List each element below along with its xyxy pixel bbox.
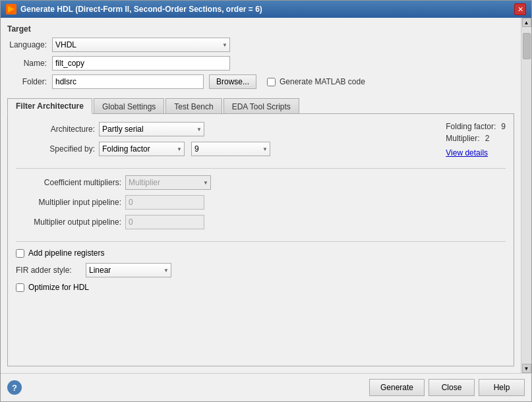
tab-eda-tool-scripts[interactable]: EDA Tool Scripts	[223, 98, 299, 114]
language-select-wrapper[interactable]: VHDL Verilog	[52, 38, 230, 52]
mult-output-label: Multiplier output pipeline:	[16, 217, 121, 227]
optimize-hdl-label: Optimize for HDL	[28, 283, 89, 292]
generate-matlab-row: Generate MATLAB code	[267, 77, 365, 86]
main-content: Target Language: VHDL Verilog Name: Fold…	[1, 18, 521, 373]
multiplier-info-row: Multiplier: 2	[446, 134, 506, 143]
folding-info: Folding factor: 9 Multiplier: 2 View det…	[446, 122, 506, 161]
fir-adder-select-wrapper[interactable]: Linear Tree	[86, 263, 171, 277]
multiplier-info-label: Multiplier:	[446, 134, 479, 143]
architecture-section: Architecture: Partly serial Fully serial…	[16, 122, 506, 161]
close-button[interactable]: ✕	[514, 3, 526, 15]
language-row: Language: VHDL Verilog	[7, 38, 514, 52]
tab-global-settings[interactable]: Global Settings	[94, 98, 164, 114]
generate-matlab-checkbox[interactable]	[267, 78, 276, 86]
tabs-bar: Filter Architecture Global Settings Test…	[7, 98, 514, 114]
target-section-label: Target	[7, 24, 514, 34]
mult-output-row: Multiplier output pipeline:	[16, 215, 506, 229]
architecture-select[interactable]: Partly serial Fully serial Fully paralle…	[99, 122, 204, 136]
specified-by-select[interactable]: Folding factor Clock rate	[99, 142, 185, 156]
add-pipeline-checkbox[interactable]	[16, 249, 24, 258]
name-row: Name:	[7, 56, 514, 71]
app-icon	[6, 4, 16, 14]
window-title: Generate HDL (Direct-Form II, Second-Ord…	[20, 5, 262, 14]
optimize-row: Optimize for HDL	[16, 283, 506, 292]
help-icon[interactable]: ?	[7, 380, 22, 395]
add-pipeline-row: Add pipeline registers	[16, 248, 506, 258]
bottom-buttons: Generate Close Help	[369, 379, 525, 396]
coeff-mult-select-wrapper[interactable]: Multiplier Canonical signed digit	[125, 175, 211, 190]
help-button[interactable]: Help	[479, 379, 525, 396]
tab-content: Architecture: Partly serial Fully serial…	[7, 113, 514, 366]
bottom-bar: ? Generate Close Help	[1, 373, 531, 401]
generate-matlab-label: Generate MATLAB code	[280, 77, 365, 86]
tab-left: Architecture: Partly serial Fully serial…	[16, 122, 426, 161]
divider-1	[16, 168, 506, 169]
view-details-link[interactable]: View details	[446, 148, 506, 158]
name-input[interactable]	[52, 56, 230, 71]
folding-value-select-wrapper[interactable]: 9 3 6	[191, 142, 270, 156]
svg-marker-0	[8, 6, 15, 13]
folding-value-select[interactable]: 9 3 6	[191, 142, 270, 156]
mult-output-field[interactable]	[125, 215, 204, 229]
mult-input-field[interactable]	[125, 195, 204, 210]
close-dialog-button[interactable]: Close	[429, 379, 475, 396]
architecture-row: Architecture: Partly serial Fully serial…	[16, 122, 426, 136]
mult-input-row: Multiplier input pipeline:	[16, 195, 506, 210]
fir-adder-select[interactable]: Linear Tree	[86, 263, 171, 277]
fir-adder-label: FIR adder style:	[16, 266, 82, 275]
title-bar: Generate HDL (Direct-Form II, Second-Ord…	[1, 1, 531, 18]
fir-adder-row: FIR adder style: Linear Tree	[16, 263, 506, 277]
scroll-down-arrow[interactable]: ▼	[522, 364, 531, 373]
language-label: Language:	[7, 40, 47, 49]
generate-button[interactable]: Generate	[369, 379, 425, 396]
name-label: Name:	[7, 59, 47, 68]
folder-row: Folder: Browse... Generate MATLAB code	[7, 74, 514, 89]
scrollbar[interactable]: ▲ ▼	[521, 18, 531, 373]
folding-factor-info-row: Folding factor: 9	[446, 122, 506, 131]
divider-2	[16, 241, 506, 242]
folder-label: Folder:	[7, 77, 47, 86]
language-select[interactable]: VHDL Verilog	[52, 38, 230, 52]
main-window: Generate HDL (Direct-Form II, Second-Ord…	[0, 0, 532, 402]
scrollbar-thumb[interactable]	[523, 33, 531, 59]
folding-factor-info-label: Folding factor:	[446, 122, 496, 131]
specified-by-row: Specified by: Folding factor Clock rate …	[16, 142, 426, 156]
coeff-mult-label: Coefficient multipliers:	[16, 178, 121, 187]
coeff-mult-row: Coefficient multipliers: Multiplier Cano…	[16, 175, 506, 190]
specified-by-select-wrapper[interactable]: Folding factor Clock rate	[99, 142, 185, 156]
architecture-select-wrapper[interactable]: Partly serial Fully serial Fully paralle…	[99, 122, 204, 136]
coeff-mult-select[interactable]: Multiplier Canonical signed digit	[125, 175, 211, 190]
mult-input-label: Multiplier input pipeline:	[16, 198, 121, 207]
title-bar-left: Generate HDL (Direct-Form II, Second-Ord…	[6, 4, 262, 14]
optimize-hdl-checkbox[interactable]	[16, 283, 24, 292]
folding-factor-info-value: 9	[501, 122, 506, 131]
tab-filter-architecture[interactable]: Filter Architecture	[7, 98, 92, 114]
folder-input[interactable]	[52, 74, 204, 89]
add-pipeline-label: Add pipeline registers	[28, 248, 104, 258]
specified-by-label: Specified by:	[16, 144, 95, 154]
window-inner: Target Language: VHDL Verilog Name: Fold…	[1, 18, 531, 373]
browse-button[interactable]: Browse...	[209, 74, 256, 89]
scroll-up-arrow[interactable]: ▲	[522, 18, 531, 27]
tab-test-bench[interactable]: Test Bench	[165, 98, 222, 114]
architecture-label: Architecture:	[16, 125, 95, 134]
multiplier-info-value: 2	[485, 134, 490, 143]
